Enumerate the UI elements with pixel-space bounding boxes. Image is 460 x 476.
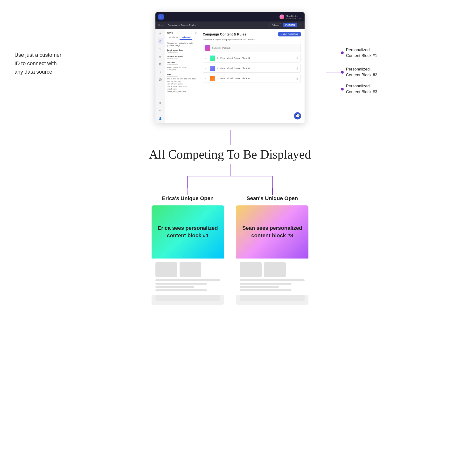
sean-thumb-2 xyxy=(264,262,286,277)
row2-thumb xyxy=(210,66,215,71)
row1-arrow: › xyxy=(293,57,294,60)
bottom-columns: Erica's Unique Open Erica sees personali… xyxy=(145,188,315,305)
fallback-arrow: › xyxy=(298,47,298,50)
sean-hero: Sean sees personalizedcontent block #3 xyxy=(236,205,308,258)
annotation-group-2: PersonalizedContent Block #2 xyxy=(326,66,377,78)
erica-column: Erica's Unique Open Erica sees personali… xyxy=(145,188,230,305)
sidebar-icon-comment[interactable]: 💬 xyxy=(158,77,163,82)
fallback-label: Fallback: Fallback xyxy=(212,47,296,49)
api-panel-title: APIs xyxy=(167,31,173,34)
branch-svg xyxy=(145,176,315,188)
middle-section: All Competing To Be Displayed Erica's Un… xyxy=(0,130,460,305)
sidebar-icon-grid[interactable]: ⊞ xyxy=(158,31,163,36)
mockup-sidebar: ⊞ ⟨⟩ ↖ ☰ 🖼 ℹ 💬 ⚙ ⧉ 👤 xyxy=(155,29,165,123)
sean-line-1 xyxy=(240,279,305,281)
row3-thumb xyxy=(210,76,215,81)
branch-lines xyxy=(145,176,315,188)
row1-delete-icon[interactable]: 🗑 xyxy=(296,57,298,60)
mockup-body: ⊞ ⟨⟩ ↖ ☰ 🖼 ℹ 💬 ⚙ ⧉ 👤 xyxy=(155,29,305,123)
erica-line-4 xyxy=(155,289,207,291)
sidebar-icon-api[interactable]: ⟨⟩ xyxy=(158,38,163,44)
sean-card-body xyxy=(236,258,308,295)
campaign-description: Add content to your campaign and create … xyxy=(203,38,301,41)
nav-arrow-button[interactable]: › xyxy=(158,14,164,20)
sean-card-lines xyxy=(240,279,305,291)
erica-hero: Erica sees personalizedcontent block #1 xyxy=(152,205,224,258)
sean-line-4 xyxy=(240,289,291,291)
tab-available[interactable]: Available xyxy=(167,35,179,40)
breadcrumb-page: Personalized Content Blocks xyxy=(168,24,196,26)
content-row-fallback: Fallback: Fallback › xyxy=(203,44,301,52)
sidebar-icon-layers[interactable]: ☰ xyxy=(158,54,163,59)
ann-text-1: PersonalizedContent Block #1 xyxy=(346,47,377,59)
sean-email-card: Sean sees personalizedcontent block #3 xyxy=(236,205,308,305)
close-button[interactable]: ✕ xyxy=(299,23,302,27)
ann-dot-1 xyxy=(341,51,344,54)
erica-line-1 xyxy=(155,279,220,281)
row3-delete-icon[interactable]: 🗑 xyxy=(296,77,298,80)
user-name: Alisa Routes ALISA-SCRATCH-11 xyxy=(286,15,302,19)
subbar-actions: Actions PUBLISH ✕ xyxy=(270,23,302,27)
erica-thumb-1 xyxy=(155,262,177,277)
sean-vertical-line xyxy=(272,188,273,195)
api-section-email: Email Merge Tags Available fields xyxy=(167,49,197,53)
row1-thumb xyxy=(210,56,215,61)
ann-line-2 xyxy=(326,72,341,72)
erica-card-footer xyxy=(155,295,220,301)
erica-line-3 xyxy=(155,286,194,288)
api-subtitle: Pick and connect data to make your live … xyxy=(167,42,197,47)
ann-line-1 xyxy=(326,53,341,53)
row2-delete-icon[interactable]: 🗑 xyxy=(296,67,298,70)
erica-card-body xyxy=(152,258,224,295)
sean-card-footer xyxy=(240,295,305,301)
content-row-1: ↕ 1: Personalized Content Block #1 › 🗑 xyxy=(203,54,301,62)
actions-button[interactable]: Actions xyxy=(270,23,281,27)
sean-line-2 xyxy=(240,283,291,285)
sidebar-icon-info[interactable]: ℹ xyxy=(158,69,163,75)
tab-selected[interactable]: Selected xyxy=(179,35,192,40)
api-tab-row: Available Selected xyxy=(167,35,197,40)
ann-dot-2 xyxy=(341,71,344,74)
erica-vertical-line xyxy=(187,188,188,195)
api-panel-header: APIs ⚙ xyxy=(167,31,197,34)
gear-icon[interactable]: ⚙ xyxy=(195,31,197,34)
ann-text-3: PersonalizedContent Block #3 xyxy=(346,83,377,95)
campaign-title: Campaign Content & Rules xyxy=(203,32,246,36)
add-content-button[interactable]: + ADD CONTENT xyxy=(278,32,301,36)
sidebar-icon-user[interactable]: 👤 xyxy=(158,116,163,121)
api-section-time: Time Available fields time_1 time_11 tim… xyxy=(167,73,197,93)
ui-mockup: › Alisa Routes ALISA-SCRATCH-11 xyxy=(155,12,305,123)
erica-hero-text: Erica sees personalizedcontent block #1 xyxy=(153,220,222,244)
mockup-topbar: › Alisa Routes ALISA-SCRATCH-11 xyxy=(155,12,305,21)
api-panel: APIs ⚙ Available Selected Pick and conne… xyxy=(165,29,199,123)
erica-line-2 xyxy=(155,283,207,285)
annotation-group-3: PersonalizedContent Block #3 xyxy=(326,83,377,95)
fallback-thumb xyxy=(205,45,210,51)
topbar-right: Alisa Routes ALISA-SCRATCH-11 xyxy=(280,15,302,19)
sean-name: Sean's Unique Open xyxy=(247,195,298,202)
chat-bubble[interactable]: 💬 xyxy=(294,112,301,119)
api-section-custom: Custom Variables Available fields xyxy=(167,55,197,59)
annotation-group-1: PersonalizedContent Block #1 xyxy=(326,47,377,59)
publish-button[interactable]: PUBLISH xyxy=(283,23,297,27)
sidebar-icon-image[interactable]: 🖼 xyxy=(158,61,163,67)
sidebar-icon-stack[interactable]: ⧉ xyxy=(158,108,163,113)
erica-card-row xyxy=(155,262,220,277)
ann-dot-3 xyxy=(341,88,344,91)
sean-line-3 xyxy=(240,286,279,288)
campaign-header: Campaign Content & Rules + ADD CONTENT xyxy=(203,32,301,36)
mockup-subbar: Home › Personalized Content Blocks Actio… xyxy=(155,21,305,29)
row3-arrow: › xyxy=(293,77,294,80)
api-section-location: Location Available fields country_name c… xyxy=(167,61,197,71)
content-row-3: ↕ 3: Personalized Content Block #3 › 🗑 xyxy=(203,74,301,83)
topbar-user: Alisa Routes ALISA-SCRATCH-11 xyxy=(280,15,302,19)
sean-hero-text: Sean sees personalizedcontent block #3 xyxy=(238,220,307,244)
sidebar-icon-cursor[interactable]: ↖ xyxy=(158,46,163,51)
erica-name: Erica's Unique Open xyxy=(162,195,213,202)
sidebar-icon-settings[interactable]: ⚙ xyxy=(158,100,163,105)
topbar-left: › xyxy=(158,14,164,20)
erica-thumb-2 xyxy=(179,262,201,277)
ann-text-2: PersonalizedContent Block #2 xyxy=(346,66,377,78)
ann-line-3 xyxy=(326,89,341,89)
sean-card-row xyxy=(240,262,305,277)
